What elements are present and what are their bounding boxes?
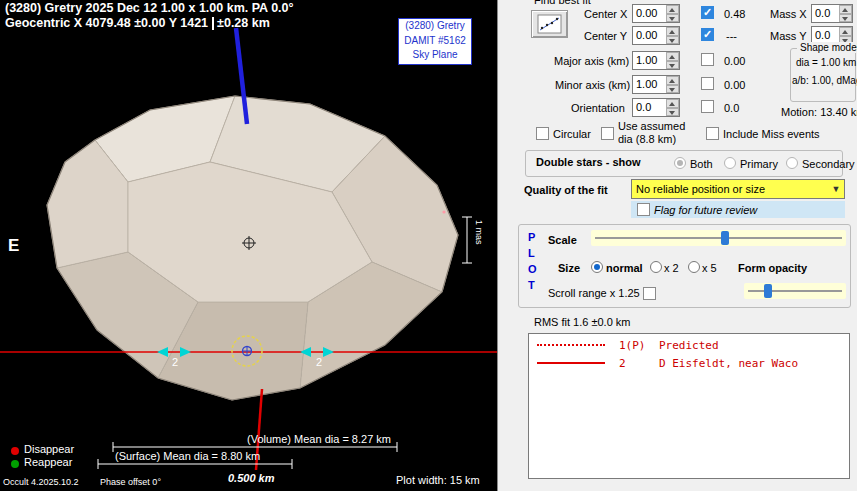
sky-plane-plot[interactable]: (3280) Gretry 2025 Dec 12 1.00 x 1.00 km… — [0, 0, 497, 491]
quality-of-fit-dropdown[interactable]: No reliable position or size ▼ — [631, 179, 845, 199]
double-stars-primary-radio[interactable] — [724, 157, 736, 169]
size-x2-radio[interactable] — [650, 261, 662, 273]
double-stars-both-radio[interactable] — [674, 157, 686, 169]
size-x2-label: x 2 — [664, 262, 679, 274]
minor-axis-down-icon[interactable] — [666, 85, 679, 94]
major-axis-label: Major axis (km) — [554, 55, 629, 67]
observer-number: 2 — [619, 357, 659, 370]
major-axis-up-icon[interactable] — [666, 52, 679, 61]
center-y-up-icon[interactable] — [666, 27, 679, 36]
quality-of-fit-label: Quality of the fit — [524, 184, 608, 196]
minor-axis-up-icon[interactable] — [666, 76, 679, 85]
plot-width-label: Plot width: 15 km — [396, 474, 480, 486]
opacity-slider-track[interactable] — [748, 290, 842, 292]
flag-review-label: Flag for future review — [654, 204, 757, 216]
scatter-fit-icon — [532, 11, 567, 37]
size-normal-radio[interactable] — [591, 261, 603, 273]
center-x-up-icon[interactable] — [666, 5, 679, 14]
circular-checkbox[interactable] — [536, 127, 549, 140]
surface-mean-dia-label: (Surface) Mean dia = 8.80 km — [115, 450, 260, 462]
plot-canvas — [0, 0, 497, 491]
center-x-down-icon[interactable] — [666, 14, 679, 23]
observer-row-eisfeldt[interactable]: 2 D Eisfeldt, near Waco — [529, 356, 849, 370]
shape-model-dia: dia = 1.00 km — [796, 57, 856, 68]
center-y-label: Center Y — [584, 30, 627, 42]
center-x-error: 0.48 — [724, 8, 745, 20]
center-y-spinner[interactable]: 0.00 — [632, 26, 680, 45]
opacity-slider[interactable] — [744, 283, 846, 299]
scroll-range-label: Scroll range x 1.25 — [548, 287, 640, 299]
observer-name: D Eisfeldt, near Waco — [659, 357, 798, 370]
geocentric-uncertainty: ±0.28 km — [217, 16, 270, 30]
damit-id: DAMIT #5162 — [399, 34, 471, 49]
observer-listbox[interactable]: 1(P) Predicted 2 D Eisfeldt, near Waco — [528, 333, 850, 479]
observer-row-predicted[interactable]: 1(P) Predicted — [529, 338, 849, 352]
center-y-down-icon[interactable] — [666, 36, 679, 45]
scale-slider-track[interactable] — [595, 237, 842, 239]
mas-scale-bar — [462, 217, 472, 263]
orientation-up-icon[interactable] — [666, 99, 679, 108]
volume-mean-dia-label: (Volume) Mean dia = 8.27 km — [247, 433, 391, 445]
minor-axis-label: Minor axis (km) — [555, 79, 630, 91]
mas-scale-label: 1 mas — [474, 220, 484, 245]
geocentric-coords: Geocentric X 4079.48 ±0.00 Y 1421 — [5, 16, 208, 30]
flag-review-checkbox[interactable] — [637, 203, 650, 216]
legend-reappear: Reappear — [24, 456, 72, 468]
predicted-chord-line-icon — [537, 344, 605, 346]
mass-x-up-icon[interactable] — [839, 5, 852, 14]
major-axis-value[interactable]: 1.00 — [633, 52, 666, 69]
major-axis-down-icon[interactable] — [666, 61, 679, 70]
text-cursor — [212, 17, 214, 30]
include-miss-checkbox[interactable] — [706, 127, 719, 140]
find-best-fit-button[interactable] — [531, 10, 568, 38]
minor-axis-lock-checkbox[interactable] — [701, 77, 714, 90]
quality-of-fit-value: No reliable position or size — [632, 183, 828, 195]
plot-letter-p: P — [528, 231, 535, 243]
scale-slider[interactable] — [591, 230, 846, 246]
major-axis-spinner[interactable]: 1.00 — [632, 51, 680, 70]
scroll-range-checkbox[interactable] — [643, 287, 656, 300]
sky-plane-label: Sky Plane — [399, 48, 471, 63]
use-assumed-dia-checkbox[interactable] — [601, 127, 614, 140]
chord-number-left: 2 — [172, 356, 178, 368]
center-x-value[interactable]: 0.00 — [633, 5, 666, 22]
center-y-value[interactable]: 0.00 — [633, 27, 666, 44]
include-miss-label: Include Miss events — [723, 128, 820, 140]
scale-slider-thumb[interactable] — [721, 231, 729, 245]
minor-axis-value[interactable]: 1.00 — [633, 76, 666, 93]
center-y-lock-checkbox[interactable] — [701, 28, 714, 41]
shape-model-title: Shape model — [797, 42, 857, 53]
version-label: Occult 4.2025.10.2 — [3, 477, 79, 487]
double-stars-secondary-radio[interactable] — [786, 157, 798, 169]
chord-number-right: 2 — [316, 356, 322, 368]
plot-letter-l: L — [528, 247, 535, 259]
center-y-error: --- — [726, 30, 737, 42]
orientation-value[interactable]: 0.0 — [633, 99, 666, 116]
size-x5-label: x 5 — [702, 262, 717, 274]
opacity-slider-thumb[interactable] — [764, 284, 772, 298]
mass-x-value[interactable]: 0.0 — [812, 5, 839, 22]
center-x-spinner[interactable]: 0.00 — [632, 4, 680, 23]
orientation-spinner[interactable]: 0.0 — [632, 98, 680, 117]
disappear-dot-icon — [11, 447, 19, 455]
mass-x-down-icon[interactable] — [839, 14, 852, 23]
mass-y-up-icon[interactable] — [839, 27, 852, 36]
size-normal-label: normal — [606, 262, 643, 274]
form-opacity-label: Form opacity — [738, 262, 807, 274]
double-stars-title: Double stars - show — [536, 156, 641, 168]
major-axis-lock-checkbox[interactable] — [701, 53, 714, 66]
occult-fit-window: (3280) Gretry 2025 Dec 12 1.00 x 1.00 km… — [0, 0, 857, 491]
plot-subtitle: Geocentric X 4079.48 ±0.00 Y 1421 ±0.28 … — [5, 16, 270, 30]
plot-letter-o: O — [528, 263, 537, 275]
orientation-lock-checkbox[interactable] — [701, 100, 714, 113]
chevron-down-icon[interactable]: ▼ — [828, 184, 844, 194]
size-label: Size — [558, 262, 580, 274]
center-x-label: Center X — [584, 8, 627, 20]
mass-x-spinner[interactable]: 0.0 — [811, 4, 853, 23]
legend-disappear: Disappear — [24, 443, 74, 455]
size-x5-radio[interactable] — [688, 261, 700, 273]
motion-label: Motion: 13.40 km/s — [781, 106, 857, 118]
center-x-lock-checkbox[interactable] — [701, 6, 714, 19]
minor-axis-spinner[interactable]: 1.00 — [632, 75, 680, 94]
orientation-down-icon[interactable] — [666, 108, 679, 117]
